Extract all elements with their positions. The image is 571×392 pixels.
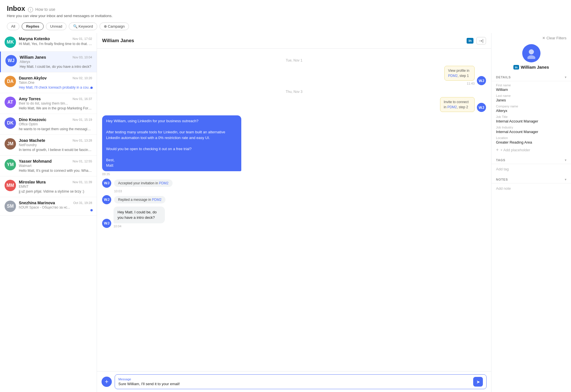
conv-time: Oct 31, 19:28 (73, 201, 92, 205)
filter-bar: All Replies Unread 🔍Keyword ⊕Campaign (0, 20, 571, 30)
send-button[interactable]: ➤ (473, 377, 483, 387)
conv-time: Nov 01, 12:55 (73, 160, 92, 163)
pdm2-link[interactable]: PDM2 (448, 74, 457, 78)
conv-item-joao[interactable]: JM Joao Machete Nov 01, 13:28 NetFoundry… (0, 135, 97, 156)
campaign-icon: ⊕ (104, 24, 107, 28)
msg-time: 11:43 (467, 82, 475, 85)
tags-label: TAGS (496, 158, 505, 162)
avatar: MM (5, 180, 16, 191)
top-header: Inbox i How to use Here you can view you… (0, 0, 571, 20)
conv-time: Nov 01, 15:19 (73, 118, 92, 121)
avatar-sm: WJ (477, 76, 486, 85)
how-to-use-link[interactable]: How to use (35, 7, 55, 12)
tab-all[interactable]: All (7, 23, 19, 30)
page-title: Inbox (7, 5, 25, 12)
conv-item-maryna[interactable]: MK Maryna Kotenko Nov 01, 17:02 Hi Matt,… (0, 33, 97, 52)
notes-label: NOTES (496, 178, 508, 181)
conv-name: Joao Machete (19, 138, 45, 143)
chevron-down-icon[interactable]: ▾ (565, 75, 566, 79)
conv-name: Dauren Akylov (19, 76, 47, 80)
conv-item-amy[interactable]: AT Amy Torres Nov 01, 16:37 their to do … (0, 93, 97, 114)
avatar-sm: WJ (102, 195, 111, 204)
conversation-list: MK Maryna Kotenko Nov 01, 17:02 Hi Matt,… (0, 33, 97, 392)
field-value-job-title: Internal Account Manager (496, 119, 566, 123)
message-bubble-action: Invite to connect in PDM2, step 2 (440, 97, 475, 112)
clear-filters-button[interactable]: ✕ Clear Filters (542, 36, 566, 40)
input-label: Message (118, 377, 473, 381)
msg-row-action-2: Invite to connect in PDM2, step 2 WJ (102, 97, 486, 112)
conv-name: William Janes (20, 55, 46, 60)
notes-section-header: NOTES ▾ (491, 175, 571, 183)
tab-campaign[interactable]: ⊕Campaign (100, 23, 129, 30)
right-panel-top: ✕ Clear Filters (491, 33, 571, 40)
pdm2-link[interactable]: PDM2 (152, 198, 161, 202)
tab-keyword[interactable]: 🔍Keyword (69, 23, 97, 30)
field-value-last-name: Janes (496, 98, 566, 102)
add-button[interactable]: + (102, 377, 112, 387)
detail-company: Company name Alteryx (491, 102, 571, 113)
add-note-button[interactable]: Add note (496, 185, 566, 192)
chevron-down-icon[interactable]: ▾ (565, 158, 566, 162)
chevron-down-icon[interactable]: ▾ (565, 177, 566, 181)
conv-item-dauren[interactable]: DA Dauren Akylov Nov 02, 10:20 Talon.One… (0, 72, 97, 93)
detail-last-name: Last name Janes (491, 92, 571, 102)
conv-body: Dino Knezovic Nov 01, 15:19 Office Optim… (19, 117, 92, 131)
unread-dot (90, 209, 93, 211)
field-label-company: Company name (496, 105, 566, 108)
conv-preview: jj už jsem přijal. Vidíme a slyšíme se b… (19, 189, 92, 193)
avatar: JM (5, 138, 16, 150)
conv-item-yasser[interactable]: YM Yasser Mohmand Nov 01, 12:55 Walmart … (0, 156, 97, 176)
conv-company: hOUR Space - Общество за нс... (19, 205, 92, 209)
msg-row-sent: Hey William, using LinkedIn for your bus… (102, 115, 486, 176)
conv-time: Nov 01, 17:02 (73, 37, 92, 40)
tab-replies[interactable]: Replies (22, 23, 43, 30)
add-placeholder-button[interactable]: + + Add placeholder (491, 144, 571, 155)
avatar: DA (5, 76, 16, 87)
conv-item-william[interactable]: WJ William Janes Nov 03, 10:04 Alteryx H… (0, 52, 97, 72)
unread-dot (90, 87, 93, 89)
tags-section-header: TAGS ▾ (491, 155, 571, 164)
activity-badge: Accepted your invitation in PDM2 (114, 179, 173, 187)
avatar: AT (5, 97, 16, 108)
conv-name: Yasser Mohmand (19, 159, 52, 164)
details-label: DETAILS (496, 75, 511, 79)
chat-input-wrapper: Message ➤ (115, 374, 487, 389)
info-icon[interactable]: i (28, 7, 33, 12)
conv-name: Amy Torres (19, 97, 41, 101)
field-value-first-name: William (496, 87, 566, 92)
linkedin-button[interactable]: in (467, 38, 474, 44)
conv-company: Walmart (19, 164, 92, 168)
details-section-header: DETAILS ▾ (491, 72, 571, 81)
conv-time: Nov 03, 10:04 (73, 56, 92, 59)
chat-header-actions: in ⇢| (467, 37, 486, 44)
message-input[interactable] (118, 382, 473, 386)
tab-unread[interactable]: Unread (46, 23, 67, 30)
conv-preview: he wants to re-target them using the mes… (19, 127, 92, 131)
message-bubble-received: Hey Matt. I could be, do you have a intr… (114, 207, 165, 223)
detail-job-title: Job Title Internal Account Manager (491, 113, 571, 123)
pdm2-link[interactable]: PDM2 (447, 105, 457, 109)
conv-item-miroslav[interactable]: MM Miroslav Mura Nov 01, 11:39 EMNT jj u… (0, 176, 97, 197)
avatar: MK (5, 36, 16, 48)
msg-time: 10:04 (114, 224, 122, 228)
conv-preview: Hi Matt, Yes, I'm finally finding time t… (19, 42, 92, 46)
plus-icon: + (496, 147, 499, 152)
add-tag-button[interactable]: Add tag (496, 165, 566, 173)
conv-company: their to do list, saving them tim... (19, 101, 92, 105)
avatar-sm: WJ (102, 219, 111, 228)
profile-name-row: in William Janes (513, 65, 549, 70)
conv-body: Snezhina Marinova Oct 31, 19:28 hOUR Spa… (19, 201, 92, 212)
page-subtitle: Here you can view your inbox and send me… (7, 14, 564, 18)
message-bubble-action: View profile in PDM2, step 1 (444, 66, 475, 81)
conv-item-dino[interactable]: DK Dino Knezovic Nov 01, 15:19 Office Op… (0, 114, 97, 135)
field-label-job-title: Job Title (496, 115, 566, 119)
conv-name: Snezhina Marinova (19, 201, 55, 205)
conv-item-snezhina[interactable]: SM Snezhina Marinova Oct 31, 19:28 hOUR … (0, 197, 97, 216)
avatar-sm: WJ (102, 179, 111, 188)
activity-time: 10:03 (114, 189, 486, 193)
pdm2-link[interactable]: PDM2 (159, 181, 168, 185)
expand-button[interactable]: ⇢| (476, 37, 486, 44)
conv-body: Maryna Kotenko Nov 01, 17:02 Hi Matt, Ye… (19, 36, 92, 48)
conv-company: NetFoundry (19, 143, 92, 147)
avatar: DK (5, 117, 16, 129)
